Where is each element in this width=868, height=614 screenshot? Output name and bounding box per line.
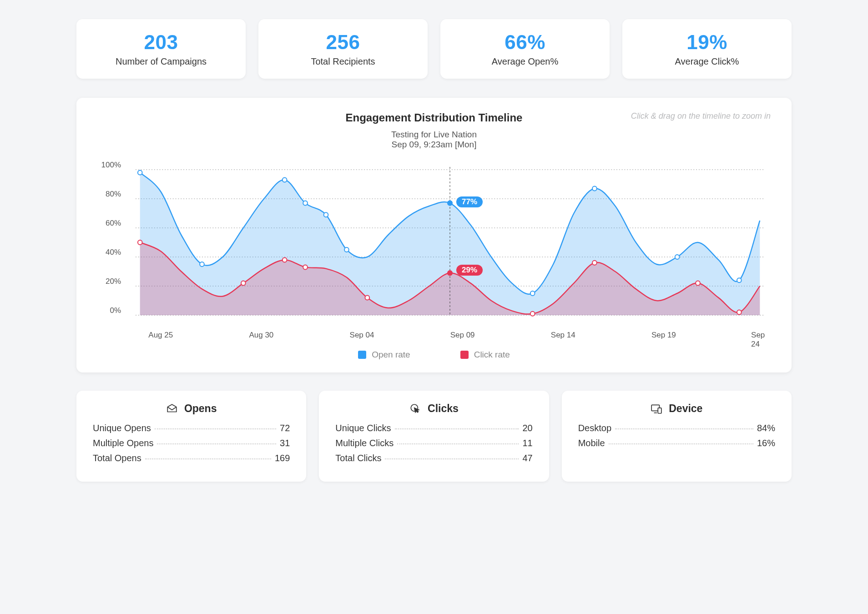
svg-point-28 [447,201,453,206]
svg-point-21 [365,296,369,300]
stat-value: 72 [280,423,290,433]
metric-card-open-rate: 66% Average Open% [440,19,610,79]
y-tick: 0% [110,306,121,315]
stat-label: Multiple Opens [93,438,153,448]
envelope-icon [166,403,178,415]
stat-value: 20 [522,423,532,433]
svg-point-16 [737,278,742,282]
x-tick: Sep 04 [350,331,374,340]
stat-value: 169 [275,453,290,463]
svg-point-18 [241,281,246,286]
stat-row: Desktop84% [578,423,775,433]
metric-card-recipients: 256 Total Recipients [258,19,428,79]
y-tick: 100% [101,161,121,170]
stat-label: Total Opens [93,453,141,463]
detail-cards-row: Opens Unique Opens72Multiple Opens31Tota… [76,391,792,482]
legend-label: Click rate [474,350,510,360]
svg-point-17 [138,240,142,245]
annotation-line2: Sep 09, 9:23am [Mon] [391,140,477,150]
x-tick: Sep 19 [651,331,676,340]
svg-point-7 [200,262,204,267]
y-axis: 0% 20% 40% 60% 80% 100% [95,165,126,311]
svg-point-10 [324,212,328,217]
chart-hint: Click & drag on the timeline to zoom in [631,111,771,121]
metric-label: Average Click% [631,56,782,67]
chart-plot-area[interactable]: 0% 20% 40% 60% 80% 100% 77% 29% [95,165,773,329]
stat-value: 84% [757,423,775,433]
stat-row: Unique Opens72 [93,423,290,433]
svg-point-24 [592,261,597,265]
clicks-title: Clicks [428,403,459,415]
metric-value: 66% [449,31,601,54]
svg-point-14 [592,186,597,191]
y-tick: 80% [106,190,121,199]
stat-label: Unique Clicks [335,423,391,433]
device-card: Device Desktop84%Mobile16% [562,391,792,482]
cursor-click-icon [409,403,421,415]
legend-swatch-click [460,351,469,359]
metric-value: 203 [86,31,237,54]
svg-point-15 [675,255,680,259]
metric-value: 256 [267,31,419,54]
svg-point-20 [303,265,308,269]
chart-annotation: Testing for Live Nation Sep 09, 9:23am [… [391,130,477,150]
svg-point-9 [303,201,308,206]
stat-label: Desktop [578,423,611,433]
stat-row: Multiple Clicks11 [335,438,532,448]
svg-point-23 [530,312,535,316]
svg-rect-32 [658,408,661,413]
metric-card-campaigns: 203 Number of Campaigns [76,19,246,79]
clicks-card: Clicks Unique Clicks20Multiple Clicks11T… [319,391,549,482]
stat-row: Mobile16% [578,438,775,448]
stat-label: Multiple Clicks [335,438,394,448]
stat-label: Mobile [578,438,605,448]
svg-point-25 [696,281,700,286]
tooltip-click-badge: 29% [456,265,483,276]
stat-value: 31 [280,438,290,448]
metric-label: Number of Campaigns [86,56,237,67]
y-tick: 40% [106,248,121,257]
x-tick: Sep 09 [450,331,475,340]
opens-title: Opens [184,403,217,415]
legend-open[interactable]: Open rate [358,350,410,360]
stat-value: 11 [522,438,532,448]
metric-label: Average Open% [449,56,601,67]
annotation-line1: Testing for Live Nation [391,130,477,140]
legend-click[interactable]: Click rate [460,350,510,360]
stat-label: Unique Opens [93,423,151,433]
y-tick: 20% [106,277,121,286]
stat-row: Multiple Opens31 [93,438,290,448]
svg-point-29 [447,270,453,276]
svg-point-26 [737,310,742,315]
opens-card: Opens Unique Opens72Multiple Opens31Tota… [76,391,306,482]
svg-point-11 [344,247,349,252]
stat-row: Total Opens169 [93,453,290,463]
svg-point-19 [283,257,287,262]
device-title: Device [669,403,702,415]
stat-row: Unique Clicks20 [335,423,532,433]
legend-swatch-open [358,351,366,359]
y-tick: 60% [106,219,121,228]
chart-legend: Open rate Click rate [95,350,773,360]
stat-value: 16% [757,438,775,448]
x-tick: Aug 30 [249,331,273,340]
x-tick: Sep 24 [751,331,765,349]
svg-point-13 [530,291,535,296]
svg-point-6 [138,170,142,175]
engagement-chart-card: Engagement Distribution Timeline Click &… [76,98,792,372]
svg-point-8 [283,177,287,182]
x-tick: Aug 25 [148,331,173,340]
metric-value: 19% [631,31,782,54]
metric-label: Total Recipients [267,56,419,67]
chart-svg[interactable] [136,165,764,320]
tooltip-open-badge: 77% [456,196,483,207]
metric-cards-row: 203 Number of Campaigns 256 Total Recipi… [76,19,792,79]
device-icon [651,403,662,415]
metric-card-click-rate: 19% Average Click% [622,19,792,79]
legend-label: Open rate [372,350,410,360]
stat-row: Total Clicks47 [335,453,532,463]
x-tick: Sep 14 [551,331,575,340]
stat-label: Total Clicks [335,453,381,463]
x-axis: Aug 25 Aug 30 Sep 04 Sep 09 Sep 14 Sep 1… [136,329,764,342]
stat-value: 47 [522,453,532,463]
